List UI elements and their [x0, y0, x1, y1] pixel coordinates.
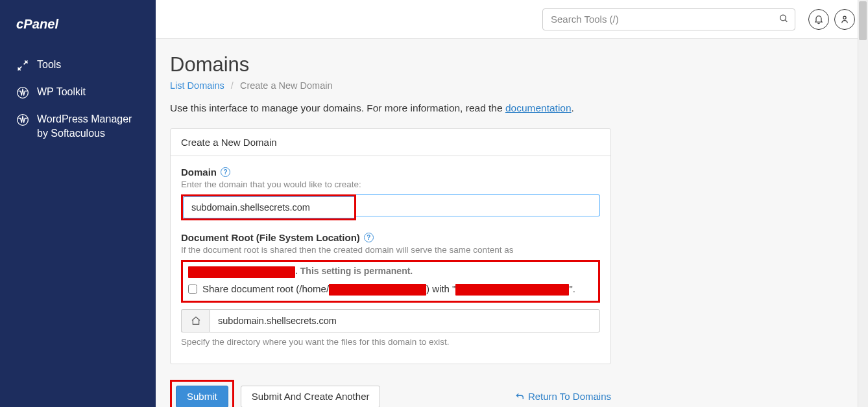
domain-input-row [181, 194, 600, 220]
user-icon [839, 14, 850, 25]
panel-body: Domain ? Enter the domain that you would… [171, 156, 610, 364]
sidebar-item-wp-toolkit[interactable]: WP Toolkit [0, 78, 156, 106]
submit-button[interactable]: Submit [176, 386, 228, 407]
home-icon [191, 316, 201, 326]
return-to-domains-link[interactable]: Return To Domains [515, 391, 611, 402]
submit-another-button[interactable]: Submit And Create Another [241, 386, 381, 407]
sidebar: cPanel Tools WP Toolkit WordPress Man [0, 0, 156, 407]
content: Domains List Domains / Create a New Doma… [156, 39, 868, 407]
docroot-label: Document Root (File System Location) [181, 232, 360, 243]
svg-text:cPanel: cPanel [16, 17, 58, 31]
docroot-help-line1: If the document root is shared then the … [181, 244, 600, 256]
svg-line-4 [785, 19, 787, 21]
docroot-highlight-box: . This setting is permanent. Share docum… [181, 260, 600, 302]
domain-input[interactable] [183, 196, 354, 218]
domain-highlight-box [181, 194, 356, 220]
breadcrumb-separator: / [231, 80, 234, 91]
docroot-help-icon[interactable]: ? [364, 233, 374, 242]
breadcrumb: List Domains / Create a New Domain [170, 80, 854, 91]
topbar [156, 0, 868, 39]
scrollbar-thumb[interactable] [859, 1, 867, 40]
brand-logo: cPanel [0, 16, 156, 51]
scrollbar[interactable] [858, 0, 868, 407]
redacted-primary-domain [455, 284, 569, 296]
submit-highlight-box: Submit [170, 380, 234, 407]
redacted-path [329, 284, 426, 296]
svg-point-5 [843, 16, 846, 19]
bell-icon [814, 14, 824, 25]
docroot-permanent-line: . This setting is permanent. [188, 266, 593, 277]
sidebar-item-tools[interactable]: Tools [0, 51, 156, 78]
account-button[interactable] [834, 9, 855, 30]
actions-row: Submit Submit And Create Another Return … [170, 380, 611, 407]
docroot-field-group: Document Root (File System Location) ? I… [181, 232, 600, 348]
sidebar-item-wp-manager[interactable]: WordPress Manager by Softaculous [0, 106, 156, 146]
domain-help-text: Enter the domain that you would like to … [181, 179, 600, 191]
breadcrumb-current: Create a New Domain [240, 80, 333, 91]
sidebar-nav: Tools WP Toolkit WordPress Manager by So… [0, 51, 156, 146]
sidebar-item-label: Tools [37, 58, 61, 72]
cpanel-logo-icon: cPanel [16, 16, 91, 32]
domain-help-icon[interactable]: ? [221, 167, 230, 177]
sidebar-item-label: WP Toolkit [37, 85, 86, 99]
share-docroot-row[interactable]: Share document root (/home/ ) with " ". [188, 283, 593, 296]
panel-header: Create a New Domain [171, 129, 610, 156]
intro-prefix: Use this interface to manage your domain… [170, 102, 505, 113]
directory-home-addon [181, 309, 210, 332]
sidebar-item-label: WordPress Manager by Softaculous [37, 112, 139, 140]
intro-text: Use this interface to manage your domain… [170, 102, 854, 114]
directory-input[interactable] [210, 309, 600, 332]
notifications-button[interactable] [808, 9, 829, 30]
search-wrap [542, 8, 795, 30]
breadcrumb-link-list-domains[interactable]: List Domains [170, 80, 224, 91]
checkbox-prefix: Share document root (/home/ [202, 283, 329, 294]
actions-left: Submit Submit And Create Another [170, 380, 380, 407]
return-link-label: Return To Domains [528, 391, 611, 402]
share-docroot-label: Share document root (/home/ ) with " ". [202, 283, 575, 296]
domain-field-group: Domain ? Enter the domain that you would… [181, 167, 600, 220]
domain-input-extension [356, 194, 600, 216]
svg-point-3 [780, 15, 786, 21]
create-domain-panel: Create a New Domain Domain ? Enter the d… [170, 128, 611, 364]
main: Domains List Domains / Create a New Doma… [156, 0, 868, 407]
intro-suffix: . [572, 102, 574, 113]
redacted-domain [188, 266, 295, 278]
share-docroot-checkbox[interactable] [188, 285, 197, 294]
return-arrow-icon [515, 392, 524, 401]
checkbox-suffix: ". [569, 283, 575, 294]
checkbox-mid: ) with " [426, 283, 455, 294]
permanent-text: . This setting is permanent. [295, 266, 413, 276]
directory-help-text: Specify the directory where you want the… [181, 336, 600, 348]
search-icon [778, 13, 789, 23]
page-title: Domains [170, 53, 854, 76]
directory-input-group [181, 309, 600, 332]
search-button[interactable] [777, 12, 790, 27]
wordpress-icon [16, 86, 29, 99]
search-input[interactable] [542, 8, 795, 30]
domain-label: Domain [181, 167, 217, 178]
wordpress-icon [16, 113, 29, 126]
documentation-link[interactable]: documentation [505, 102, 572, 113]
tools-icon [16, 59, 29, 72]
